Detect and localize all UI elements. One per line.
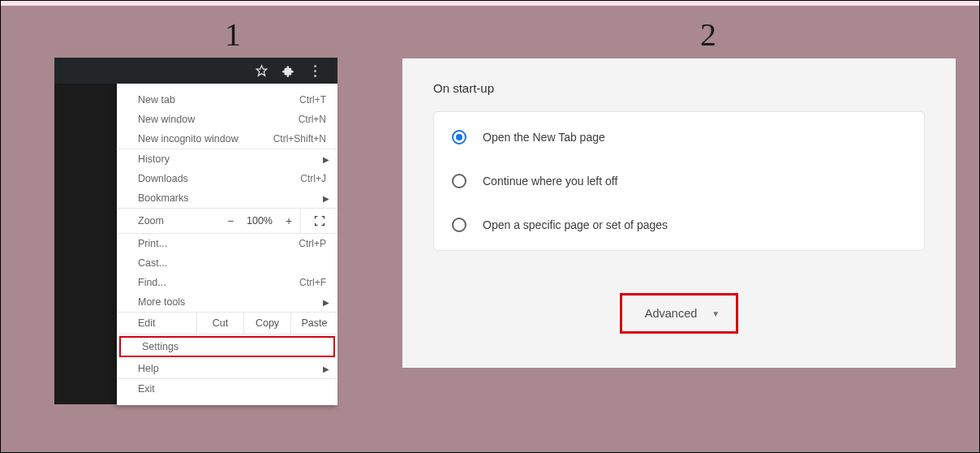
copy-button[interactable]: Copy [243,313,290,334]
radio-icon[interactable] [452,218,466,232]
menu-item-shortcut: Ctrl+N [299,114,326,125]
menu-item-label: History [138,153,326,165]
zoom-in-button[interactable]: + [277,214,300,227]
menu-item-shortcut: Ctrl+J [300,173,326,184]
menu-item-label: Cast... [138,257,326,269]
menu-item-help[interactable]: Help ▶ [117,359,337,378]
chevron-right-icon: ▶ [323,298,329,307]
chevron-down-icon: ▼ [711,309,720,318]
radio-icon[interactable] [452,174,466,188]
option-open-new-tab[interactable]: Open the New Tab page [434,115,924,159]
menu-item-label: New window [138,114,299,125]
menu-item-label: Downloads [138,173,300,184]
menu-item-bookmarks[interactable]: Bookmarks ▶ [117,188,337,208]
option-label: Open the New Tab page [483,131,605,144]
menu-item-more-tools[interactable]: More tools ▶ [117,292,337,312]
advanced-toggle[interactable]: Advanced ▼ [620,293,738,334]
menu-item-label: New tab [138,94,299,106]
menu-item-label: Print... [138,238,299,249]
chevron-right-icon: ▶ [323,194,329,203]
menu-item-history[interactable]: History ▶ [117,149,337,169]
menu-three-dots-icon[interactable] [309,63,321,78]
browser-toolbar [54,58,337,84]
fullscreen-icon [314,215,325,226]
menu-item-downloads[interactable]: Downloads Ctrl+J [117,169,337,188]
advanced-label: Advanced [645,307,698,320]
chevron-right-icon: ▶ [323,365,329,373]
menu-item-incognito[interactable]: New incognito window Ctrl+Shift+N [117,129,337,149]
menu-item-label: Exit [138,383,326,395]
zoom-value: 100% [242,215,277,226]
chevron-right-icon: ▶ [323,155,329,164]
chrome-main-menu: New tab Ctrl+T New window Ctrl+N New inc… [117,84,337,405]
menu-item-settings[interactable]: Settings [119,336,335,357]
menu-item-shortcut: Ctrl+Shift+N [273,133,326,145]
menu-item-shortcut: Ctrl+P [299,238,326,249]
step-number-1: 1 [225,15,241,54]
menu-item-new-tab[interactable]: New tab Ctrl+T [117,90,337,110]
svg-marker-0 [256,66,267,76]
menu-item-find[interactable]: Find... Ctrl+F [117,273,337,292]
decorative-top-strip [1,1,979,6]
paste-button[interactable]: Paste [290,313,337,334]
radio-icon[interactable] [452,130,466,145]
option-continue[interactable]: Continue where you left off [434,159,924,203]
menu-item-label: Find... [138,277,299,288]
menu-item-print[interactable]: Print... Ctrl+P [117,234,337,253]
chrome-window-panel: New tab Ctrl+T New window Ctrl+N New inc… [54,58,337,404]
option-label: Continue where you left off [483,175,617,188]
menu-item-label: Bookmarks [138,192,326,204]
menu-item-label: Settings [142,341,322,352]
menu-item-edit-row: Edit Cut Copy Paste [117,313,337,334]
option-specific-page[interactable]: Open a specific page or set of pages [434,203,924,247]
option-label: Open a specific page or set of pages [483,218,668,231]
menu-item-zoom: Zoom − 100% + [117,209,337,233]
zoom-out-button[interactable]: − [219,214,242,227]
edit-label: Edit [138,317,196,329]
menu-item-new-window[interactable]: New window Ctrl+N [117,110,337,129]
fullscreen-button[interactable] [300,209,337,233]
section-title: On start-up [433,81,925,95]
menu-item-exit[interactable]: Exit [117,379,337,399]
menu-item-shortcut: Ctrl+T [299,94,326,106]
startup-options-card: Open the New Tab page Continue where you… [433,111,925,251]
settings-startup-panel: On start-up Open the New Tab page Contin… [402,58,956,368]
step-number-2: 2 [700,15,716,54]
extensions-puzzle-icon[interactable] [282,63,294,78]
menu-item-label: More tools [138,296,326,308]
zoom-label: Zoom [138,215,219,226]
cut-button[interactable]: Cut [196,313,243,334]
menu-item-cast[interactable]: Cast... [117,253,337,273]
menu-item-shortcut: Ctrl+F [299,277,326,288]
menu-item-label: New incognito window [138,133,273,145]
bookmark-star-icon[interactable] [256,63,268,78]
menu-item-label: Help [138,363,326,374]
